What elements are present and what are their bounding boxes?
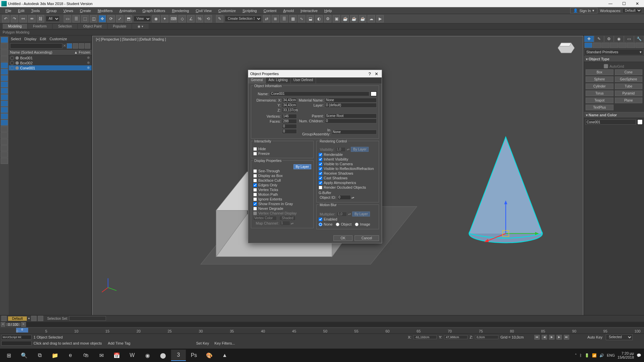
menu-help[interactable]: Help	[321, 8, 335, 13]
goto-end-button[interactable]: ⏭	[564, 335, 569, 340]
freeze-icon[interactable]: ❄	[86, 61, 90, 65]
minimize-button[interactable]: —	[604, 0, 617, 7]
vbtn-misc3[interactable]	[1, 132, 8, 138]
display-as-box-checkbox[interactable]: Display as Box	[253, 173, 311, 178]
play-button[interactable]: ▶	[549, 335, 554, 340]
select-rotate-button[interactable]: ⟳	[107, 15, 115, 22]
render-bylayer-button[interactable]: By Layer	[351, 147, 369, 152]
explorer-row-box001[interactable]: Box001 ❄	[9, 55, 92, 60]
material-editor-button[interactable]: ◐	[315, 15, 323, 22]
explorer-view2-icon[interactable]	[85, 43, 90, 49]
bind-button[interactable]: ⛓	[37, 15, 44, 22]
ribbon-tab-dropdown[interactable]: ◉ ▾	[132, 24, 149, 29]
select-rect-button[interactable]: ⬚	[81, 15, 89, 22]
ribbon-tab-populate[interactable]: Populate	[108, 24, 131, 29]
tray-bluetooth-icon[interactable]: ᛒ	[580, 353, 582, 357]
vbtn-spacewarps[interactable]	[1, 75, 8, 81]
prim-plane-button[interactable]: Plane	[615, 98, 643, 103]
subcat-spacewarps[interactable]	[627, 43, 635, 48]
explorer-lock-icon[interactable]	[73, 43, 78, 49]
select-scale-button[interactable]: ⤢	[116, 15, 123, 22]
prim-teapot-button[interactable]: Teapot	[586, 98, 613, 103]
inherit-visibility-checkbox[interactable]: Inherit Visibility	[319, 157, 377, 162]
mblur-object-radio[interactable]: Object	[336, 222, 352, 227]
visibility-icon[interactable]	[10, 66, 14, 70]
vbtn-misc5[interactable]	[1, 145, 8, 151]
vbtn-lights[interactable]	[1, 56, 8, 62]
layer-list-icon[interactable]	[38, 316, 43, 321]
cmdtab-modify[interactable]: ✎	[594, 36, 604, 42]
store-app[interactable]: 🛍	[78, 350, 93, 361]
object-id-field[interactable]: 0	[337, 195, 351, 200]
vertex-ticks-checkbox[interactable]: Vertex Ticks	[253, 187, 311, 192]
workspace-selector[interactable]: Workspaces: Default	[600, 8, 642, 13]
cast-shadows-checkbox[interactable]: Cast Shadows	[319, 176, 377, 180]
key-filters[interactable]: Key Filters...	[214, 341, 235, 345]
prim-pyramid-button[interactable]: Pyramid	[615, 90, 643, 96]
object-name-input[interactable]	[585, 119, 636, 125]
mirror-button[interactable]: ⇄	[263, 15, 270, 22]
start-button[interactable]: ⊞	[1, 350, 16, 361]
chrome-app[interactable]: ◉	[140, 350, 155, 361]
render-online-button[interactable]: ☁	[368, 15, 375, 22]
render-setup-button[interactable]: ⚙	[324, 15, 331, 22]
keyboard-shortcut-button[interactable]: ⌨	[170, 15, 177, 22]
search-button[interactable]: 🔍	[17, 350, 32, 361]
named-selset-edit-button[interactable]: ✎	[216, 15, 223, 22]
vbtn-hidden[interactable]	[1, 113, 8, 119]
ribbon-tab-freeform[interactable]: Freeform	[28, 24, 52, 29]
see-through-checkbox[interactable]: See-Through	[253, 169, 311, 173]
maxscript-input[interactable]	[1, 341, 32, 346]
dialog-tab-general[interactable]: General	[248, 77, 266, 83]
show-frozen-gray-checkbox[interactable]: Show Frozen in Gray	[253, 201, 311, 206]
next-frame-button[interactable]: ▶	[556, 335, 562, 340]
setkey-button[interactable]: Set Key	[195, 341, 211, 345]
menu-create[interactable]: Create	[76, 8, 94, 13]
explorer-menu-edit[interactable]: Edit	[40, 37, 46, 41]
maximize-button[interactable]: ☐	[617, 0, 631, 7]
explorer-menu-customize[interactable]: Customize	[50, 37, 67, 41]
freeze-icon[interactable]: ❄	[86, 66, 90, 70]
tray-notifications-icon[interactable]: 💬	[637, 353, 641, 358]
3dsmax-app[interactable]: 3	[171, 350, 186, 361]
dialog-tab-advlighting[interactable]: Adv. Lighting	[266, 77, 291, 83]
viewcube-icon[interactable]	[556, 40, 576, 56]
cmdtab-display[interactable]: ▭	[624, 36, 634, 42]
coord-y[interactable]: 47,988cm	[444, 335, 468, 339]
edges-only-checkbox[interactable]: Edges Only	[253, 183, 311, 187]
cmdtab-utilities[interactable]: 🔧	[634, 36, 644, 42]
menu-modifiers[interactable]: Modifiers	[94, 8, 116, 13]
select-name-button[interactable]: ☰	[72, 15, 80, 22]
motion-path-checkbox[interactable]: Motion Path	[253, 192, 311, 197]
explorer-menu-select[interactable]: Select	[11, 37, 21, 41]
align-button[interactable]: ≣	[272, 15, 279, 22]
menu-grapheditors[interactable]: Graph Editors	[139, 8, 169, 13]
tray-up-icon[interactable]: ˄	[575, 353, 577, 358]
prim-textplus-button[interactable]: TextPlus	[586, 105, 613, 110]
rollout-name-color[interactable]: ▾ Name and Color	[584, 112, 644, 118]
hide-checkbox[interactable]: Hide	[253, 146, 311, 151]
render-occluded-checkbox[interactable]: Render Occluded Objects	[319, 185, 377, 190]
edge-app[interactable]: e	[63, 350, 78, 361]
explorer-filter-icon[interactable]	[67, 43, 72, 49]
menu-civilview[interactable]: Civil View	[192, 8, 215, 13]
dialog-close-button[interactable]: ✕	[373, 71, 380, 76]
select-object-button[interactable]: ▭	[64, 15, 71, 22]
ref-coord-system[interactable]: View	[133, 16, 151, 22]
subcat-geometry[interactable]	[584, 43, 592, 48]
timeline-next-button[interactable]: >	[21, 322, 26, 327]
prev-frame-button[interactable]: ◀	[542, 335, 547, 340]
menu-rendering[interactable]: Rendering	[169, 8, 193, 13]
selection-set-input[interactable]	[69, 316, 106, 321]
time-slider-track[interactable]	[26, 322, 644, 327]
layer-lock-icon[interactable]	[31, 316, 37, 321]
mail-app[interactable]: ✉	[94, 350, 109, 361]
tray-clock[interactable]: 7:20 μμ 15/6/2018	[618, 351, 634, 359]
pivot-button[interactable]: ◉	[152, 15, 160, 22]
tray-battery-icon[interactable]: 🔋	[585, 353, 589, 358]
tray-lang[interactable]: ENG	[607, 353, 615, 357]
toggle-ribbon-button[interactable]: ▦	[289, 15, 297, 22]
timeline-prev-button[interactable]: <	[1, 322, 5, 327]
calendar-app[interactable]: 📅	[109, 350, 124, 361]
menu-file[interactable]: File	[2, 8, 15, 13]
